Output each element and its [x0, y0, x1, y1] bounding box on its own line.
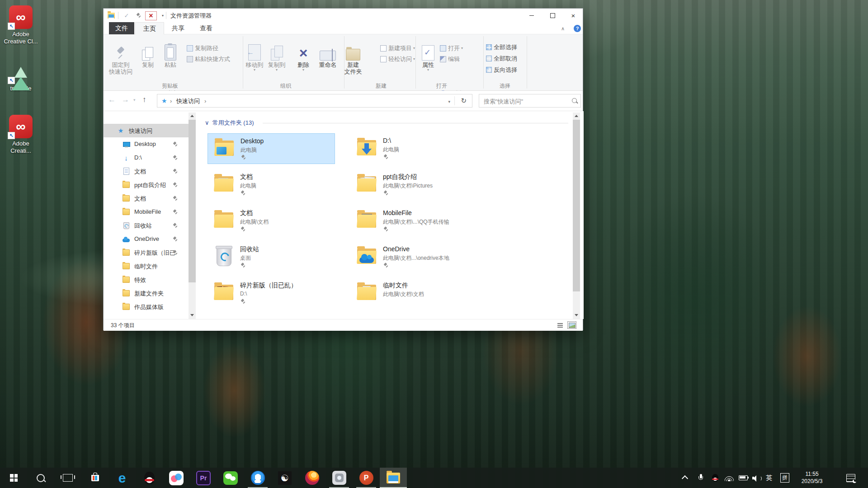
sidebar-item-works-media[interactable]: 作品媒体版	[104, 300, 189, 314]
sidebar-item-quick-access[interactable]: ★ 快速访问	[104, 124, 189, 137]
search-input[interactable]	[483, 96, 566, 107]
qat-delete-icon[interactable]: ×	[145, 11, 157, 20]
breadcrumb-chevron-icon[interactable]: ›	[204, 98, 206, 104]
tile-desktop[interactable]: Desktop 此电脑	[208, 133, 335, 164]
tab-view[interactable]: 查看	[193, 22, 219, 34]
tab-share[interactable]: 共享	[164, 22, 192, 34]
thumbnail-view-button[interactable]	[567, 321, 576, 329]
properties-button[interactable]: 属性▾	[418, 42, 438, 71]
address-dropdown-icon[interactable]: ▾	[448, 99, 450, 104]
tray-battery[interactable]	[739, 468, 748, 488]
tile-d-drive[interactable]: D:\ 此电脑	[350, 133, 478, 164]
paste-shortcut-button[interactable]: 粘贴快捷方式	[187, 55, 230, 63]
tile-onedrive[interactable]: OneDrive 此电脑\文档...\onedrive本地	[350, 242, 478, 272]
sidebar-item-fragments[interactable]: 碎片新版（旧已乱）	[104, 246, 189, 259]
file-explorer-button[interactable]	[380, 468, 407, 488]
copy-path-button[interactable]: 复制路径	[187, 44, 218, 52]
forward-button[interactable]: →	[122, 95, 129, 104]
task-view-button[interactable]	[54, 468, 81, 488]
minimize-button[interactable]	[521, 9, 542, 22]
recent-locations-icon[interactable]: ▾	[133, 98, 136, 102]
tile-ppt-intro[interactable]: ppt自我介绍 此电脑\文档\Pictures	[350, 169, 478, 200]
tab-file[interactable]: 文件	[109, 22, 134, 34]
pin-to-quick-access-button[interactable]: 固定到快速访问	[106, 42, 135, 75]
scrollbar-thumb[interactable]	[573, 120, 580, 291]
scroll-up-icon[interactable]	[190, 115, 194, 117]
up-button[interactable]: ↑	[142, 95, 146, 104]
gray-app-button[interactable]	[326, 468, 353, 488]
desktop-icon-adobe-cc-1[interactable]: ∞ ↖ Adobe Creative Cl...	[3, 5, 39, 45]
help-icon[interactable]: ?	[574, 25, 581, 32]
edit-button[interactable]: 编辑	[440, 55, 460, 63]
delete-button[interactable]: × 删除▾	[292, 42, 314, 71]
content-scrollbar[interactable]	[573, 113, 580, 319]
black-app-button[interactable]: ☯	[271, 468, 298, 488]
tile-mobilefile[interactable]: MobileFile 此电脑\文档\...\QQ手机传输	[350, 206, 478, 236]
move-to-button[interactable]: 移动到▾	[244, 42, 265, 71]
scroll-down-icon[interactable]	[575, 314, 578, 316]
paste-button[interactable]: 粘贴	[160, 42, 181, 68]
scroll-down-icon[interactable]	[190, 314, 194, 316]
sidebar-item-documents-2[interactable]: 文档	[104, 192, 189, 205]
tray-qq[interactable]	[712, 468, 718, 488]
collapse-ribbon-icon[interactable]: ∧	[561, 26, 565, 32]
qq-browser-button[interactable]	[244, 468, 271, 488]
action-center-button[interactable]	[846, 468, 855, 488]
new-item-button[interactable]: 新建项目▾	[380, 44, 415, 52]
start-button[interactable]	[0, 468, 27, 488]
wechat-button[interactable]	[217, 468, 244, 488]
address-bar[interactable]: ★ › 快速访问 › ▾ ↻	[157, 94, 472, 108]
back-button[interactable]: ←	[108, 95, 116, 104]
sidebar-item-recycle-bin[interactable]: 回收站	[104, 219, 189, 232]
search-icon[interactable]	[572, 98, 577, 103]
tray-volume[interactable]	[752, 468, 760, 488]
sidebar-item-d-drive[interactable]: ↓ D:\	[104, 151, 189, 164]
tab-home[interactable]: 主页	[135, 22, 164, 35]
premiere-button[interactable]: Pr	[190, 468, 217, 488]
tray-ime-mode[interactable]: 拼	[780, 468, 789, 488]
tile-fragments[interactable]: 碎片新版（旧已乱） D:\	[208, 278, 335, 309]
breadcrumb-quick-access[interactable]: 快速访问	[176, 97, 200, 105]
qat-pin-icon[interactable]	[134, 11, 142, 19]
edge-button[interactable]: e	[108, 468, 136, 488]
sidebar-item-documents[interactable]: 文档	[104, 164, 189, 178]
refresh-icon[interactable]: ↻	[461, 97, 467, 105]
tray-microphone[interactable]	[698, 468, 703, 488]
tray-language[interactable]: 英	[766, 468, 772, 488]
tile-documents[interactable]: 文档 此电脑	[208, 169, 335, 200]
circles-app-button[interactable]	[163, 468, 190, 488]
tile-documents-2[interactable]: 文档 此电脑\文档	[208, 206, 335, 236]
tile-temp-files[interactable]: 临时文件 此电脑\文档\文档	[350, 278, 478, 309]
sidebar-item-new-folder[interactable]: 新建文件夹	[104, 286, 189, 300]
new-folder-button[interactable]: 新建文件夹	[340, 42, 366, 75]
sidebar-item-temp-files[interactable]: 临时文件	[104, 259, 189, 273]
group-header-frequent-folders[interactable]: ∨ 常用文件夹 (13)	[205, 119, 254, 127]
invert-selection-button[interactable]: 反向选择	[486, 66, 517, 74]
scroll-up-icon[interactable]	[575, 115, 578, 117]
close-button[interactable]: ×	[563, 9, 584, 22]
breadcrumb-chevron-icon[interactable]: ›	[170, 98, 172, 104]
microsoft-store-button[interactable]	[81, 468, 108, 488]
powerpoint-button[interactable]: P	[353, 468, 380, 488]
sidebar-item-onedrive[interactable]: OneDrive	[104, 232, 189, 246]
copy-to-button[interactable]: 复制到▾	[265, 42, 288, 71]
qat-properties-icon[interactable]: ✓	[123, 11, 131, 19]
scrollbar-thumb[interactable]	[189, 120, 196, 282]
rename-button[interactable]: 重命名	[315, 42, 340, 68]
collapse-group-icon[interactable]: ∨	[205, 119, 209, 126]
desktop-icon-treehole[interactable]: ↖ treehole	[3, 60, 39, 92]
firefox-button[interactable]	[298, 468, 326, 488]
copy-button[interactable]: 复制	[137, 42, 159, 68]
sidebar-item-desktop[interactable]: Desktop	[104, 137, 189, 151]
sidebar-scrollbar[interactable]	[189, 113, 196, 319]
details-view-button[interactable]	[556, 321, 565, 329]
desktop-icon-adobe-cc-2[interactable]: ∞ ↖ Adobe Creati...	[3, 115, 39, 155]
easy-access-button[interactable]: 轻松访问▾	[380, 55, 415, 63]
sidebar-item-effects[interactable]: 特效	[104, 273, 189, 286]
tray-show-hidden-icons[interactable]	[683, 468, 687, 488]
tray-wifi[interactable]	[725, 468, 734, 488]
select-none-button[interactable]: 全部取消	[486, 55, 517, 62]
taskbar-search-button[interactable]	[27, 468, 54, 488]
sidebar-item-mobilefile[interactable]: MobileFile	[104, 205, 189, 219]
open-button[interactable]: 打开▾	[440, 44, 463, 52]
